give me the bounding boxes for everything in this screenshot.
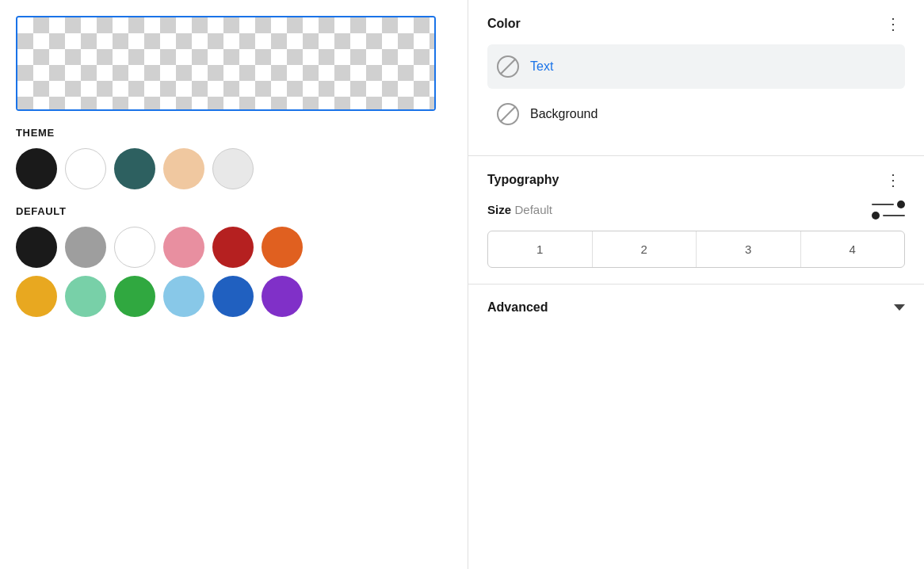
theme-swatches: [16, 148, 452, 189]
size-slider-control[interactable]: [872, 200, 905, 220]
swatch-def-red[interactable]: [212, 227, 254, 268]
background-slash-icon: [497, 103, 519, 125]
swatch-theme-teal[interactable]: [114, 148, 155, 189]
numeric-row: 1234: [487, 231, 905, 268]
advanced-section-title: Advanced: [487, 300, 548, 315]
size-default-value: Default: [514, 203, 552, 216]
swatch-def-yellow[interactable]: [16, 276, 57, 317]
background-option-label: Background: [530, 107, 598, 121]
numeric-cell-1[interactable]: 1: [488, 231, 593, 267]
default-swatches-row1: [16, 227, 452, 268]
swatch-theme-light-gray[interactable]: [212, 148, 254, 189]
numeric-cell-4[interactable]: 4: [801, 231, 905, 267]
color-section-header: Color ⋮: [487, 16, 905, 32]
theme-section: THEME: [16, 127, 452, 189]
checkerboard-pattern: [17, 17, 434, 109]
size-label-group: Size Default: [487, 203, 552, 217]
size-row: Size Default: [487, 200, 905, 220]
left-panel: THEME DEFAULT: [0, 0, 468, 569]
swatch-def-green[interactable]: [114, 276, 155, 317]
swatch-def-pink[interactable]: [163, 227, 204, 268]
text-color-option[interactable]: Text: [487, 44, 905, 89]
color-preview-container: [16, 16, 436, 111]
swatch-def-lightblue[interactable]: [163, 276, 204, 317]
swatch-def-black[interactable]: [16, 227, 57, 268]
color-section: Color ⋮ Text Background: [468, 0, 924, 156]
right-panel: Color ⋮ Text Background Typography ⋮ Siz…: [468, 0, 924, 569]
numeric-cell-3[interactable]: 3: [697, 231, 801, 267]
swatch-theme-black[interactable]: [16, 148, 57, 189]
size-label: Size: [487, 203, 511, 216]
advanced-section[interactable]: Advanced: [468, 284, 924, 330]
text-slash-icon: [497, 55, 519, 78]
background-color-option[interactable]: Background: [487, 92, 905, 136]
swatch-def-purple[interactable]: [262, 276, 303, 317]
typography-section-title: Typography: [487, 173, 559, 187]
text-option-label: Text: [530, 59, 553, 74]
swatch-def-gray[interactable]: [65, 227, 106, 268]
slider-line-2: [872, 212, 905, 220]
color-section-title: Color: [487, 17, 521, 31]
swatch-theme-white[interactable]: [65, 148, 106, 189]
typography-section: Typography ⋮ Size Default 1234: [468, 156, 924, 284]
default-section: DEFAULT: [16, 205, 452, 317]
default-swatches-row2: [16, 276, 452, 317]
typography-more-button[interactable]: ⋮: [882, 172, 905, 188]
slider-bar-2: [883, 215, 905, 216]
color-more-button[interactable]: ⋮: [882, 16, 905, 32]
swatch-theme-peach[interactable]: [163, 148, 204, 189]
typography-header: Typography ⋮: [487, 172, 905, 188]
theme-label: THEME: [16, 127, 452, 139]
swatch-def-blue[interactable]: [212, 276, 254, 317]
slider-dot-1: [897, 200, 905, 208]
swatch-def-orange[interactable]: [262, 227, 303, 268]
default-label: DEFAULT: [16, 205, 452, 217]
slider-line-1: [872, 200, 905, 208]
slider-dot-2: [872, 212, 880, 220]
numeric-cell-2[interactable]: 2: [593, 231, 697, 267]
advanced-chevron-down-icon: [894, 304, 905, 311]
slider-bar-1: [872, 204, 894, 205]
swatch-def-mint[interactable]: [65, 276, 106, 317]
swatch-def-white[interactable]: [114, 227, 155, 268]
